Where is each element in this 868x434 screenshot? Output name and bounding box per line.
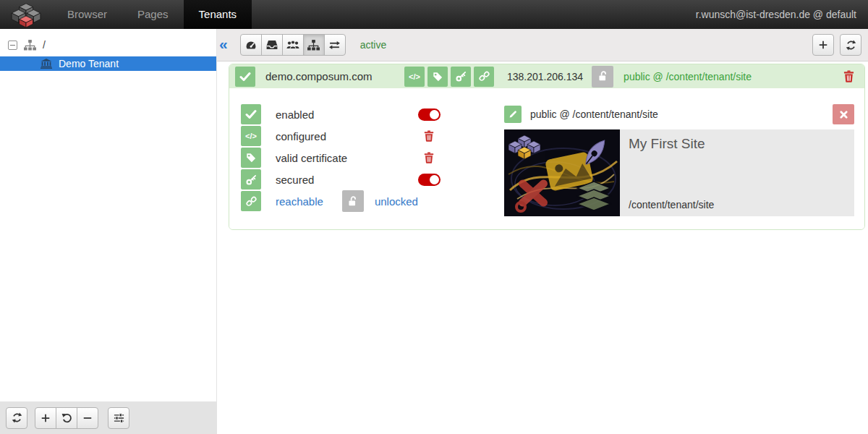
- link-icon[interactable]: [241, 191, 261, 211]
- tree-remove-button[interactable]: [77, 407, 98, 429]
- code-icon[interactable]: </>: [241, 126, 261, 146]
- sitemap-icon: [24, 40, 36, 51]
- plus-icon: [41, 413, 51, 423]
- status-label-secured: secured: [276, 174, 413, 186]
- status-row-enabled: enabled: [241, 104, 445, 124]
- nav-tab-browser[interactable]: Browser: [52, 0, 122, 29]
- tree-toolbar: [0, 401, 216, 434]
- check-icon: [239, 72, 251, 82]
- view-sitemap-button[interactable]: [303, 34, 325, 56]
- host-status-list: enabled </> configured: [241, 104, 445, 216]
- sitemap-icon: [307, 40, 320, 51]
- site-card-title: public @ /content/tenant/site: [530, 109, 833, 120]
- delete-configuration-button[interactable]: [424, 130, 434, 142]
- host-enabled-button[interactable]: [235, 67, 255, 87]
- edit-site-button[interactable]: [504, 106, 522, 123]
- bank-icon: [41, 59, 52, 69]
- status-label-enabled: enabled: [276, 109, 413, 121]
- code-icon[interactable]: </>: [404, 67, 425, 87]
- composum-logo[interactable]: [0, 0, 52, 29]
- tree-undo-button[interactable]: [56, 407, 77, 429]
- enabled-toggle[interactable]: [418, 109, 441, 121]
- status-row-configured: </> configured: [241, 126, 445, 146]
- user-identity: r.wunsch@ist-dresden.de @ default: [696, 0, 868, 29]
- tree-refresh-button[interactable]: [6, 407, 27, 429]
- collapse-sidebar-button[interactable]: «: [217, 36, 231, 54]
- tree-item-label: Demo Tenant: [59, 58, 119, 69]
- status-label-configured: configured: [276, 130, 413, 142]
- undo-icon: [61, 412, 72, 423]
- close-icon: [839, 110, 848, 119]
- exchange-icon: [328, 41, 341, 50]
- trash-icon: [424, 152, 434, 163]
- host-details: enabled </> configured: [229, 88, 864, 229]
- unlocked-link[interactable]: unlocked: [375, 195, 418, 208]
- host-summary-row[interactable]: demo.composum.com </>: [229, 64, 864, 88]
- tag-icon[interactable]: [427, 67, 448, 87]
- key-icon[interactable]: [451, 67, 471, 87]
- site-path: /content/tenant/site: [629, 199, 846, 210]
- nav-tab-pages[interactable]: Pages: [122, 0, 184, 29]
- pencil-icon: [508, 109, 518, 119]
- tenant-toolbar: «: [217, 29, 868, 61]
- tree-filter-button[interactable]: [108, 407, 129, 429]
- trash-icon: [424, 130, 434, 142]
- tree-edit-button-group: [35, 407, 98, 429]
- reachable-link[interactable]: reachable: [276, 195, 323, 208]
- host-panel: demo.composum.com </>: [229, 64, 865, 230]
- unlock-icon[interactable]: [592, 66, 613, 88]
- add-icon: [818, 40, 828, 50]
- site-card: public @ /content/tenant/site: [504, 104, 854, 216]
- view-switcher-group: [240, 34, 346, 56]
- host-ip-address: 138.201.206.134: [507, 71, 583, 82]
- dashboard-icon: [245, 40, 257, 51]
- secured-toggle[interactable]: [418, 174, 441, 186]
- nav-tab-tenants[interactable]: Tenants: [184, 0, 252, 29]
- site-preview-image[interactable]: [504, 129, 620, 216]
- tree-root-node[interactable]: /: [0, 29, 216, 56]
- add-host-button[interactable]: [812, 34, 834, 56]
- close-card-button[interactable]: [833, 104, 854, 124]
- inbox-icon: [266, 40, 278, 50]
- check-icon[interactable]: [241, 104, 261, 124]
- tree-item-demo-tenant[interactable]: Demo Tenant: [0, 56, 216, 71]
- tenant-tree-sidebar: / Demo Tenant: [0, 29, 217, 434]
- filter-sliders-icon: [114, 413, 124, 423]
- host-stage-link[interactable]: public @ /content/tenant/site: [624, 71, 752, 82]
- tree-root-label: /: [43, 39, 46, 51]
- tree-collapse-toggle-icon[interactable]: [8, 41, 17, 50]
- reload-button[interactable]: [840, 34, 861, 56]
- trash-icon: [843, 70, 854, 82]
- status-row-reachable: reachable unlocked: [241, 191, 445, 211]
- tenant-content: demo.composum.com </>: [217, 61, 868, 434]
- top-navbar: Browser Pages Tenants r.wunsch@ist-dresd…: [0, 0, 868, 29]
- minus-icon: [82, 413, 93, 423]
- refresh-icon: [12, 412, 22, 423]
- site-card-body: My First Site /content/tenant/site: [504, 129, 854, 216]
- host-name: demo.composum.com: [265, 70, 404, 82]
- users-icon: [286, 40, 299, 50]
- delete-certificate-button[interactable]: [424, 152, 434, 163]
- view-users-button[interactable]: [282, 34, 304, 56]
- toolbar-actions: [812, 34, 868, 56]
- composum-cubes-icon: [11, 1, 41, 27]
- site-card-header: public @ /content/tenant/site: [504, 104, 854, 124]
- status-label-certificate: valid certificate: [276, 152, 413, 164]
- view-exchange-button[interactable]: [324, 34, 346, 56]
- refresh-icon: [846, 40, 856, 51]
- tree-add-button[interactable]: [35, 407, 56, 429]
- key-icon[interactable]: [241, 169, 261, 190]
- status-row-certificate: valid certificate: [241, 148, 445, 168]
- delete-host-button[interactable]: [843, 70, 854, 82]
- view-dashboard-button[interactable]: [240, 34, 262, 56]
- unlock-icon[interactable]: [342, 190, 364, 212]
- site-info: My First Site /content/tenant/site: [620, 129, 854, 216]
- tag-icon[interactable]: [241, 148, 261, 168]
- site-title: My First Site: [629, 136, 846, 152]
- tenant-status-label: active: [360, 39, 387, 51]
- view-inbox-button[interactable]: [261, 34, 283, 56]
- host-status-icons: </>: [404, 67, 494, 87]
- link-icon[interactable]: [474, 67, 494, 87]
- status-row-secured: secured: [241, 169, 445, 190]
